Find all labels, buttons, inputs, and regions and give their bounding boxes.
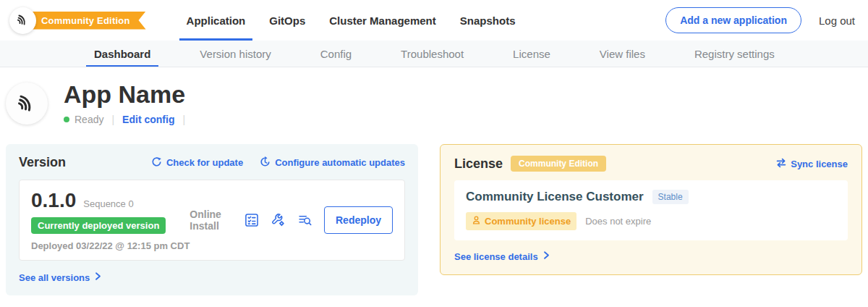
- nav-item-gitops[interactable]: GitOps: [262, 0, 312, 41]
- add-application-button[interactable]: Add a new application: [665, 7, 801, 33]
- person-icon: [472, 215, 481, 227]
- sync-license-link[interactable]: Sync license: [775, 157, 848, 171]
- redeploy-button[interactable]: Redeploy: [324, 206, 393, 234]
- app-header: App Name Ready | Edit config |: [6, 82, 851, 125]
- nav-item-application[interactable]: Application: [179, 0, 253, 41]
- main-nav: Application GitOps Cluster Management Sn…: [179, 0, 532, 41]
- divider: |: [182, 114, 185, 125]
- license-card: License Community Edition Sync license C…: [440, 144, 862, 275]
- tab-version-history[interactable]: Version history: [192, 41, 278, 67]
- top-navbar: Community Edition Application GitOps Clu…: [0, 0, 868, 41]
- license-type-badge: Community license: [466, 212, 576, 230]
- license-card-header: License Community Edition Sync license: [454, 156, 848, 172]
- divider: |: [111, 114, 114, 125]
- tab-registry-settings[interactable]: Registry settings: [686, 41, 783, 67]
- edition-banner: Community Edition: [22, 12, 146, 30]
- version-card-header: Version Check for update Configure autom…: [19, 155, 405, 170]
- chevron-right-icon: [93, 272, 102, 283]
- deployed-timestamp: Deployed 03/22/22 @ 12:15 pm CDT: [31, 240, 190, 251]
- schedule-update-icon: [259, 156, 271, 170]
- tab-view-files[interactable]: View files: [592, 41, 653, 67]
- see-all-versions-link[interactable]: See all versions: [19, 272, 405, 283]
- install-type-label: Online Install: [190, 209, 232, 232]
- page-title: App Name: [64, 82, 193, 106]
- tab-config[interactable]: Config: [312, 41, 359, 67]
- tab-troubleshoot[interactable]: Troubleshoot: [393, 41, 472, 67]
- status-text: Ready: [75, 114, 103, 125]
- check-for-update-link[interactable]: Check for update: [150, 156, 243, 170]
- community-edition-badge: Community Edition: [511, 156, 606, 172]
- version-header-links: Check for update Configure automatic upd…: [150, 156, 405, 170]
- app-status-row: Ready | Edit config |: [64, 114, 193, 125]
- tab-dashboard[interactable]: Dashboard: [86, 41, 158, 67]
- currently-deployed-badge: Currently deployed version: [31, 217, 166, 234]
- sync-license-label: Sync license: [791, 159, 848, 169]
- refresh-icon: [150, 156, 163, 170]
- version-number-row: 0.1.0 Sequence 0: [31, 189, 190, 212]
- current-version-row: 0.1.0 Sequence 0 Currently deployed vers…: [19, 180, 405, 261]
- expiration-text: Does not expire: [585, 216, 651, 227]
- customer-row: Community License Customer Stable: [466, 190, 836, 204]
- app-subnav: Dashboard Version history Config Trouble…: [0, 41, 868, 67]
- see-license-details-link[interactable]: See license details: [454, 251, 848, 262]
- configure-automatic-updates-link[interactable]: Configure automatic updates: [259, 156, 405, 170]
- replicated-logo-button[interactable]: [9, 7, 36, 34]
- dashboard-panels: Version Check for update Configure autom…: [6, 144, 862, 295]
- app-logo-icon: [16, 91, 38, 116]
- version-number: 0.1.0: [31, 189, 76, 212]
- edit-config-link[interactable]: Edit config: [122, 114, 174, 125]
- sync-arrows-icon: [775, 157, 787, 171]
- app-avatar: [6, 83, 48, 125]
- status-dot: [64, 117, 69, 122]
- see-license-details-label: See license details: [454, 251, 538, 262]
- configure-automatic-updates-label: Configure automatic updates: [275, 157, 405, 168]
- license-title: License: [454, 156, 503, 172]
- replicated-logo-icon: [16, 12, 30, 29]
- license-type-label: Community license: [485, 216, 571, 227]
- check-for-update-label: Check for update: [166, 157, 243, 168]
- nav-item-snapshots[interactable]: Snapshots: [453, 0, 523, 41]
- sequence-label: Sequence 0: [83, 198, 133, 209]
- config-wrench-icon[interactable]: [271, 212, 286, 228]
- nav-item-cluster-management[interactable]: Cluster Management: [322, 0, 443, 41]
- see-all-versions-label: See all versions: [19, 272, 90, 283]
- customer-name: Community License Customer: [466, 190, 644, 204]
- chevron-right-icon: [542, 251, 550, 262]
- version-title: Version: [19, 155, 66, 170]
- channel-badge: Stable: [652, 190, 689, 204]
- view-logs-icon[interactable]: [297, 212, 313, 228]
- logout-button[interactable]: Log out: [819, 14, 855, 27]
- license-header-links: Sync license: [775, 157, 848, 171]
- version-card: Version Check for update Configure autom…: [6, 144, 418, 295]
- license-summary-row: Community License Customer Stable Commun…: [454, 180, 848, 240]
- tab-license[interactable]: License: [505, 41, 558, 67]
- admin-console-screen: Community Edition Application GitOps Clu…: [0, 0, 868, 307]
- version-info: 0.1.0 Sequence 0 Currently deployed vers…: [31, 189, 190, 251]
- version-actions: Online Install Redeploy: [190, 206, 393, 234]
- brand-area: Community Edition: [9, 7, 146, 34]
- preflight-checks-icon[interactable]: [244, 212, 260, 228]
- app-title-block: App Name Ready | Edit config |: [64, 82, 193, 125]
- license-meta-row: Community license Does not expire: [466, 212, 836, 230]
